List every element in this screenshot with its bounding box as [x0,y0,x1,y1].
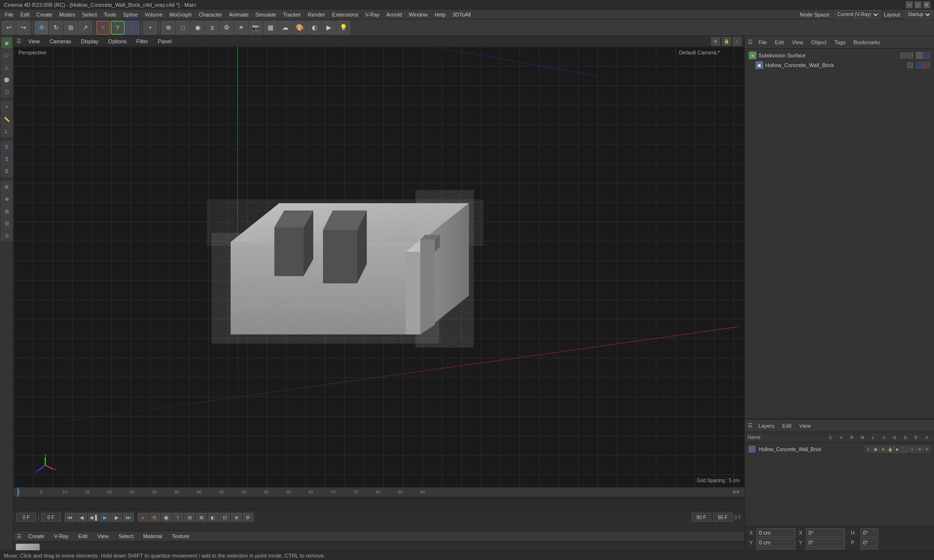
tool-paint[interactable]: ⊕ [1,193,13,205]
menu-animate[interactable]: Animate [226,11,251,18]
menu-file[interactable]: File [2,11,17,18]
menu-character[interactable]: Character [196,11,225,18]
x-axis-button[interactable]: X [96,21,110,35]
menu-tools[interactable]: Tools [101,11,119,18]
timeline-mode-5[interactable]: ⊡ [219,513,230,522]
lp-edit-tab[interactable]: Edit [780,422,793,430]
live-select-button[interactable]: ↗ [78,21,92,35]
layer-icon-4[interactable]: 🔒 [887,446,894,453]
max-frame-input[interactable] [713,513,733,522]
null-object-button[interactable]: ⊗ [162,21,175,35]
timeline-mode-3[interactable]: ⊠ [196,513,207,522]
move-tool-button[interactable]: ✥ [35,21,48,35]
tool-polygon-mode[interactable]: ◻ [1,86,13,97]
redo-button[interactable]: ↪ [17,21,30,35]
deformer-button[interactable]: ⧖ [205,21,219,35]
floor-button[interactable]: ▦ [264,21,277,35]
layer-icon-7[interactable]: ⊙ [909,446,916,453]
mat-create-menu[interactable]: Create [25,532,47,540]
lp-view-tab[interactable]: View [797,422,813,430]
cube-button[interactable]: □ [176,21,190,35]
scale-tool-button[interactable]: ⊞ [64,21,77,35]
coord-y-rot[interactable] [806,538,845,547]
node-space-select[interactable]: Current (V-Ray) [835,10,880,19]
menu-extensions[interactable]: Extensions [329,11,361,18]
om-edit-tab[interactable]: Edit [773,38,786,46]
coord-x-rot[interactable] [806,528,845,537]
lp-layers-tab[interactable]: Layers [756,422,776,430]
om-bookmarks-tab[interactable]: Bookmarks [851,38,882,46]
layout-select[interactable]: Startup [905,10,932,19]
menu-create[interactable]: Create [34,11,55,18]
mat-select-menu[interactable]: Select [116,532,137,540]
y-axis-button[interactable]: Y [111,21,125,35]
viewport-panel-menu[interactable]: Panel [155,37,175,45]
layer-icon-2[interactable]: ▣ [872,446,879,453]
tool-measure[interactable]: 📏 [1,113,13,125]
om-sub-check-r[interactable] [907,52,913,58]
play-reverse-button[interactable]: ◀▐ [88,513,99,522]
render-button[interactable]: ▶ [322,21,336,35]
z-axis-button[interactable]: Z [126,21,139,35]
viewport-menu-icon[interactable]: ☰ [17,38,21,44]
menu-help[interactable]: Help [431,11,449,18]
menu-vray[interactable]: V-Ray [362,11,382,18]
motion-clip-button[interactable]: ▣ [161,513,172,522]
tool-L[interactable]: L [1,125,13,137]
menu-edit[interactable]: Edit [18,11,33,18]
viewport[interactable]: X Y Z Perspective Default Camera:* Grid … [14,47,744,487]
layer-icon-9[interactable]: ✕ [923,446,930,453]
title-bar-controls[interactable]: ─ □ ✕ [906,1,930,8]
mat-edit-menu[interactable]: Edit [75,532,90,540]
om-view-tab[interactable]: View [790,38,806,46]
goto-start-button[interactable]: ⏮ [65,513,75,522]
goto-end-button[interactable]: ⏭ [123,513,134,522]
mat-view-menu[interactable]: View [94,532,112,540]
undo-button[interactable]: ↩ [2,21,16,35]
tool-S2[interactable]: S [1,153,13,165]
viewport-cameras-menu[interactable]: Cameras [47,37,74,45]
viewport-expand-btn[interactable]: ⊞ [711,37,720,46]
prev-frame-button[interactable]: ◀ [76,513,87,522]
auto-key-button[interactable]: ⚙ [149,513,160,522]
menu-tracker[interactable]: Tracker [280,11,304,18]
om-menu-icon[interactable]: ☰ [748,39,753,45]
layer-icon-6[interactable]: ⬛ [901,446,908,453]
viewport-sync-btn[interactable]: ↕ [733,37,741,46]
timeline-mode-6[interactable]: ⊕ [231,513,242,522]
menu-window[interactable]: Window [406,11,431,18]
tool-edge-mode[interactable]: △ [1,61,13,73]
texture-button[interactable]: 🎨 [293,21,306,35]
sky-button[interactable]: ☁ [278,21,292,35]
om-tags-tab[interactable]: Tags [832,38,847,46]
mat-texture-menu[interactable]: Texture [169,532,192,540]
layer-icon-8[interactable]: ⚙ [916,446,923,453]
maximize-button[interactable]: □ [915,1,921,8]
menu-render[interactable]: Render [305,11,328,18]
viewport-view-menu[interactable]: View [25,37,43,45]
material-menu-icon[interactable]: ☰ [17,533,21,540]
tool-S3[interactable]: S [1,165,13,177]
tool-model-mode[interactable]: ▣ [1,37,13,49]
menu-mograph[interactable]: MoGraph [166,11,195,18]
tool-layers[interactable]: ⊞ [1,205,13,217]
layer-icon-5[interactable]: ▶ [894,446,901,453]
timeline-mode-4[interactable]: ◐ [208,513,218,522]
menu-simulate[interactable]: Simulate [252,11,279,18]
lp-menu-icon[interactable]: ☰ [748,422,753,429]
mat-material-menu[interactable]: Material [140,532,165,540]
viewport-filter-menu[interactable]: Filter [133,37,151,45]
menu-spline[interactable]: Spline [120,11,141,18]
camera-button[interactable]: 📷 [249,21,263,35]
tool-mesh-mode[interactable]: ⬡ [1,49,13,61]
viewport-display-menu[interactable]: Display [78,37,101,45]
coord-y-pos[interactable] [756,538,795,547]
current-frame-input[interactable] [17,513,36,522]
layer-hollow-row[interactable]: Hollow_Concrete_Wall_Brick S ▣ ⊞ 🔒 ▶ ⬛ ⊙… [747,445,932,454]
end-frame-input[interactable] [692,513,711,522]
coord-h[interactable] [861,528,878,537]
om-file-tab[interactable]: File [756,38,769,46]
vray-render-button[interactable]: 💡 [337,21,350,35]
close-button[interactable]: ✕ [923,1,930,8]
menu-arnold[interactable]: Arnold [383,11,405,18]
